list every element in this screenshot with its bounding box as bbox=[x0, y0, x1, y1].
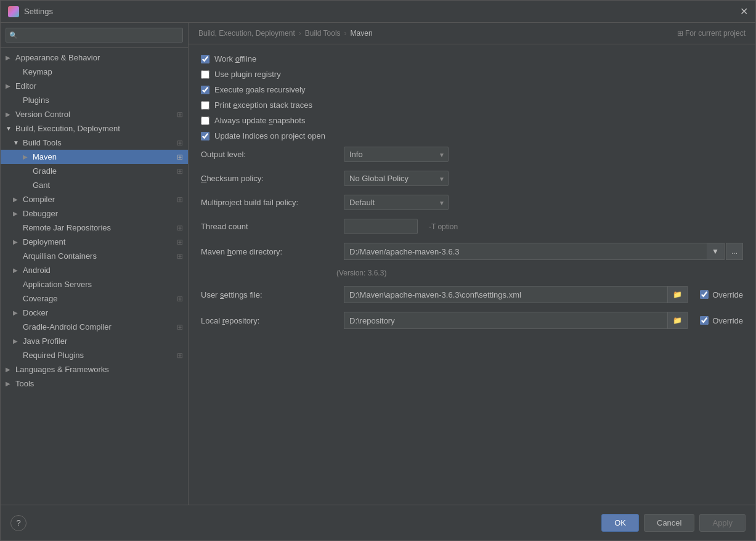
execute-goals-label[interactable]: Execute goals recursively bbox=[214, 85, 305, 94]
multiproject-policy-dropdown[interactable]: Default Always Never Fail at End bbox=[344, 195, 449, 210]
sidebar-item-gradle[interactable]: Gradle ⊞ bbox=[1, 164, 188, 178]
title-bar: Settings ✕ bbox=[1, 1, 755, 23]
sidebar-item-label: Deployment bbox=[23, 237, 174, 246]
sidebar-item-compiler[interactable]: ▶ Compiler ⊞ bbox=[1, 192, 188, 206]
close-button[interactable]: ✕ bbox=[740, 7, 748, 17]
settings-icon: ⊞ bbox=[177, 238, 183, 246]
user-settings-browse-button[interactable]: 📁 bbox=[667, 286, 688, 303]
sidebar-item-java-profiler[interactable]: ▶ Java Profiler bbox=[1, 334, 188, 348]
local-repo-input[interactable] bbox=[344, 312, 667, 329]
footer: ? OK Cancel Apply bbox=[1, 505, 755, 540]
user-settings-input[interactable] bbox=[344, 286, 667, 303]
arrow-icon: ▼ bbox=[6, 125, 13, 132]
main-content: 🔍 ▶ Appearance & Behavior Keymap ▶ bbox=[1, 23, 755, 505]
maven-home-path-row: ▼ ... bbox=[344, 243, 743, 260]
arrow-icon: ▶ bbox=[6, 380, 13, 387]
sidebar-item-arquillian[interactable]: Arquillian Containers ⊞ bbox=[1, 249, 188, 263]
sidebar-item-version-control[interactable]: ▶ Version Control ⊞ bbox=[1, 107, 188, 121]
arrow-icon: ▶ bbox=[6, 83, 13, 89]
always-update-label[interactable]: Always update snapshots bbox=[214, 116, 305, 125]
output-level-dropdown-wrapper: Info Debug Warn Error ▼ bbox=[344, 147, 449, 162]
settings-icon: ⊞ bbox=[177, 224, 183, 232]
work-offline-checkbox[interactable] bbox=[201, 55, 209, 63]
sidebar-tree: ▶ Appearance & Behavior Keymap ▶ Editor … bbox=[1, 48, 188, 505]
settings-icon: ⊞ bbox=[177, 139, 183, 147]
sidebar-item-remote-jar[interactable]: Remote Jar Repositories ⊞ bbox=[1, 221, 188, 235]
sidebar-item-coverage[interactable]: Coverage ⊞ bbox=[1, 291, 188, 306]
sidebar-item-gradle-android[interactable]: Gradle-Android Compiler ⊞ bbox=[1, 320, 188, 334]
thread-count-row: Thread count -T option bbox=[201, 219, 743, 234]
search-input[interactable] bbox=[6, 28, 183, 43]
work-offline-label[interactable]: Work offline bbox=[214, 54, 256, 63]
cancel-button[interactable]: Cancel bbox=[644, 514, 694, 532]
sidebar-item-editor[interactable]: ▶ Editor bbox=[1, 79, 188, 93]
sidebar-item-gant[interactable]: Gant bbox=[1, 178, 188, 192]
user-settings-path-row: 📁 bbox=[344, 286, 688, 303]
help-button[interactable]: ? bbox=[10, 515, 26, 531]
user-settings-label: User settings file: bbox=[201, 290, 336, 299]
sidebar-item-label: Coverage bbox=[23, 294, 174, 303]
sidebar-item-tools[interactable]: ▶ Tools bbox=[1, 376, 188, 391]
arrow-icon: ▶ bbox=[13, 196, 20, 203]
arrow-icon: ▶ bbox=[13, 309, 20, 316]
sidebar-item-label: Plugins bbox=[23, 96, 183, 105]
settings-content: Work offline Use plugin registry Execute… bbox=[189, 44, 755, 505]
maven-home-label: Maven home directory: bbox=[201, 247, 336, 256]
sidebar-item-deployment[interactable]: ▶ Deployment ⊞ bbox=[1, 235, 188, 249]
sidebar-item-docker[interactable]: ▶ Docker bbox=[1, 306, 188, 320]
user-settings-override-row: Override bbox=[700, 290, 743, 299]
footer-left: ? bbox=[10, 515, 26, 531]
version-note: (Version: 3.6.3) bbox=[336, 269, 743, 277]
execute-goals-checkbox[interactable] bbox=[201, 86, 209, 94]
maven-home-input[interactable] bbox=[344, 243, 707, 260]
print-exception-label[interactable]: Print exception stack traces bbox=[214, 100, 312, 110]
output-level-dropdown[interactable]: Info Debug Warn Error bbox=[344, 147, 449, 162]
sidebar: 🔍 ▶ Appearance & Behavior Keymap ▶ bbox=[1, 23, 189, 505]
sidebar-item-build-tools[interactable]: ▼ Build Tools ⊞ bbox=[1, 136, 188, 150]
arrow-icon: ▶ bbox=[13, 267, 20, 274]
sidebar-item-label: Application Servers bbox=[23, 280, 183, 289]
sidebar-item-label: Tools bbox=[15, 379, 183, 388]
sidebar-item-keymap[interactable]: Keymap bbox=[1, 65, 188, 79]
sidebar-item-android[interactable]: ▶ Android bbox=[1, 263, 188, 277]
local-repo-override-label[interactable]: Override bbox=[712, 316, 743, 325]
sidebar-item-build-execution[interactable]: ▼ Build, Execution, Deployment bbox=[1, 121, 188, 136]
multiproject-policy-row: Multiproject build fail policy: Default … bbox=[201, 195, 743, 210]
local-repo-browse-button[interactable]: 📁 bbox=[667, 312, 688, 329]
settings-icon: ⊞ bbox=[177, 351, 183, 360]
sidebar-item-appearance[interactable]: ▶ Appearance & Behavior bbox=[1, 51, 188, 65]
breadcrumb-part-3: Maven bbox=[351, 29, 373, 38]
checkbox-print-exception: Print exception stack traces bbox=[201, 100, 743, 110]
always-update-checkbox[interactable] bbox=[201, 116, 209, 125]
breadcrumb: Build, Execution, Deployment › Build Too… bbox=[189, 23, 755, 44]
sidebar-item-languages[interactable]: ▶ Languages & Frameworks bbox=[1, 362, 188, 376]
user-settings-override-checkbox[interactable] bbox=[700, 290, 709, 299]
print-exception-checkbox[interactable] bbox=[201, 101, 209, 110]
sidebar-item-debugger[interactable]: ▶ Debugger bbox=[1, 206, 188, 221]
use-plugin-checkbox[interactable] bbox=[201, 70, 209, 79]
arrow-icon: ▶ bbox=[13, 238, 20, 245]
update-indices-label[interactable]: Update Indices on project open bbox=[214, 131, 325, 140]
sidebar-item-plugins[interactable]: Plugins bbox=[1, 93, 188, 107]
ok-button[interactable]: OK bbox=[601, 514, 639, 532]
t-option-label: -T option bbox=[429, 222, 458, 231]
checksum-policy-dropdown[interactable]: No Global Policy Strict Lenient bbox=[344, 171, 449, 186]
footer-right: OK Cancel Apply bbox=[601, 514, 746, 532]
arrow-icon: ▶ bbox=[6, 54, 13, 61]
arrow-icon: ▶ bbox=[6, 366, 13, 373]
sidebar-item-required-plugins[interactable]: Required Plugins ⊞ bbox=[1, 348, 188, 362]
maven-home-dropdown-button[interactable]: ▼ bbox=[707, 243, 725, 260]
sidebar-item-label: Gradle bbox=[33, 166, 174, 176]
local-repo-override-checkbox[interactable] bbox=[700, 316, 709, 325]
thread-count-input[interactable] bbox=[344, 219, 418, 234]
apply-button[interactable]: Apply bbox=[699, 514, 746, 532]
sidebar-item-app-servers[interactable]: Application Servers bbox=[1, 277, 188, 291]
checkbox-update-indices: Update Indices on project open bbox=[201, 131, 743, 140]
sidebar-item-label: Editor bbox=[15, 81, 183, 91]
sidebar-item-label: Android bbox=[23, 266, 183, 275]
update-indices-checkbox[interactable] bbox=[201, 132, 209, 140]
use-plugin-label[interactable]: Use plugin registry bbox=[214, 70, 281, 79]
maven-home-browse-button[interactable]: ... bbox=[726, 243, 743, 260]
sidebar-item-maven[interactable]: ▶ Maven ⊞ bbox=[1, 150, 188, 164]
user-settings-override-label[interactable]: Override bbox=[712, 290, 743, 299]
